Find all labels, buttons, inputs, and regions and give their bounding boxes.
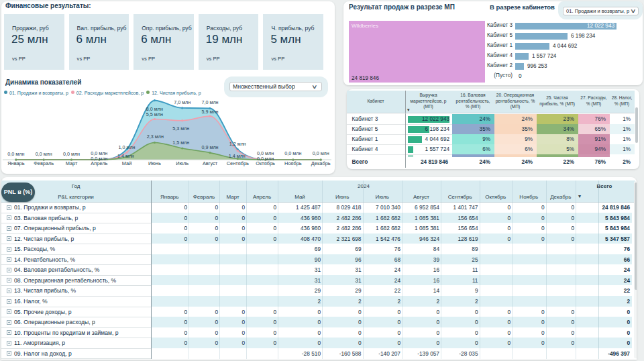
svg-text:2,3 млн: 2,3 млн [147,134,164,140]
svg-text:0,0 млн: 0,0 млн [36,151,52,157]
svg-text:Август: Август [203,160,218,166]
svg-text:Декабрь: Декабрь [311,160,331,166]
svg-text:Апрель: Апрель [91,160,107,166]
svg-text:1,4 млн: 1,4 млн [229,153,246,159]
svg-text:Май: Май [122,160,131,166]
svg-text:7,0 млн: 7,0 млн [201,99,218,105]
svg-text:5,5 млн: 5,5 млн [146,111,163,117]
svg-text:0,9 млн: 0,9 млн [201,144,218,150]
svg-text:0,0 млн: 0,0 млн [63,151,80,157]
svg-text:Июль: Июль [176,160,189,166]
svg-text:Январь: Январь [7,160,24,166]
svg-text:Октябрь: Октябрь [256,160,275,166]
svg-text:Февраль: Февраль [34,160,54,166]
svg-text:0,0 млн: 0,0 млн [284,150,301,156]
svg-text:7,0 млн: 7,0 млн [174,99,191,105]
svg-text:5,9 млн: 5,9 млн [201,109,218,115]
svg-text:1,4 млн: 1,4 млн [117,153,134,159]
svg-text:1,5 млн: 1,5 млн [172,140,189,146]
svg-text:Март: Март [66,160,78,166]
svg-text:Ноябрь: Ноябрь [284,160,302,166]
svg-text:0,0 млн: 0,0 млн [313,150,329,156]
svg-text:1,2 млн: 1,2 млн [229,141,246,147]
svg-text:Сентябрь: Сентябрь [227,160,249,166]
svg-text:1,0 млн: 1,0 млн [118,144,135,150]
svg-text:0,0 млн: 0,0 млн [7,151,24,157]
svg-text:Июнь: Июнь [148,160,161,166]
svg-text:5,3 млн: 5,3 млн [172,125,189,132]
